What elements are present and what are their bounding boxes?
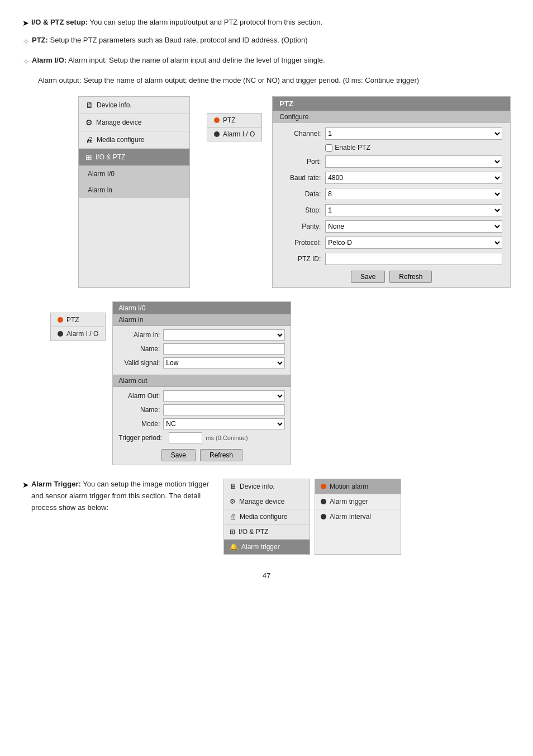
atm-monitor-icon: 🖥 [230, 483, 236, 490]
radio-alarm-interval-dark [321, 514, 326, 519]
atm-item-media-configure[interactable]: 🖨 Media configure [224, 509, 310, 525]
alarm-submenu-ptz[interactable]: PTZ [50, 313, 106, 327]
parity-select[interactable]: None [325, 220, 502, 233]
alarm-io-header: Alarm I/0 [113, 302, 291, 314]
alarm-left-submenu: PTZ Alarm I / O [50, 313, 106, 341]
atm-item-io-ptz[interactable]: ⊞ I/O & PTZ [224, 525, 310, 540]
valid-signal-select[interactable]: Low [163, 357, 285, 368]
radio-alarm-dark [214, 131, 220, 137]
alarm-out-row: Alarm Out: [118, 390, 285, 401]
paragraph-2: ✧ PTZ: Setup the PTZ parameters such as … [22, 35, 511, 49]
ptz-btn-row: Save Refresh [280, 271, 502, 283]
paragraph-1: ➤ I/O & PTZ setup: You can setup the ala… [22, 17, 511, 29]
protocol-select[interactable]: Pelco-D [325, 237, 502, 249]
para3-text: Alarm I/O: Alarm input: Setup the name o… [32, 55, 325, 67]
diamond-icon-1: ✧ [22, 35, 30, 49]
config-row-data: Data: 8 [280, 188, 502, 200]
config-row-stop: Stop: 1 [280, 204, 502, 216]
atm-io-icon: ⊞ [230, 528, 235, 536]
radio-ptz-orange [214, 117, 220, 123]
ptz-refresh-button[interactable]: Refresh [389, 271, 432, 283]
submenu-float: PTZ Alarm I / O [207, 113, 262, 141]
alarm-out-name-input[interactable] [163, 404, 285, 415]
diamond-icon-2: ✧ [22, 55, 30, 69]
para2-text: PTZ: Setup the PTZ parameters such as Ba… [32, 35, 308, 46]
menu-item-manage-device[interactable]: ⚙ Manage device [79, 114, 189, 131]
port-select[interactable] [325, 155, 502, 168]
enable-ptz-checkbox[interactable] [325, 144, 332, 152]
stop-select[interactable]: 1 [325, 204, 502, 216]
alarm-in-body: Alarm in: Name: Valid signal: Low [113, 326, 291, 375]
alarm-io-refresh-button[interactable]: Refresh [200, 449, 242, 461]
config-row-baud: Baud rate: 4800 [280, 172, 502, 184]
radio-alarm-trigger-dark [321, 499, 326, 504]
atm-sub-motion-alarm[interactable]: Motion alarm [315, 479, 401, 494]
menu-item-io-ptz[interactable]: ⊞ I/O & PTZ [79, 149, 189, 166]
alarm-out-select[interactable] [163, 390, 285, 401]
radio-alarm-dark-2 [58, 331, 63, 337]
mode-select[interactable]: NC [163, 418, 285, 429]
atm-item-alarm-trigger[interactable]: 🔔 Alarm trigger [224, 540, 310, 554]
alarm-trigger-submenu: Motion alarm Alarm trigger Alarm Interva… [315, 479, 401, 555]
alarm-in-signal-row: Valid signal: Low [118, 357, 285, 368]
atm-sub-alarm-interval[interactable]: Alarm Interval [315, 509, 401, 524]
channel-select[interactable]: 1 [325, 127, 502, 140]
menu-item-media-configure[interactable]: 🖨 Media configure [79, 131, 189, 149]
data-select[interactable]: 8 [325, 188, 502, 200]
config-row-port: Port: [280, 155, 502, 168]
alarm-diagram: PTZ Alarm I / O Alarm I/0 Alarm in Alarm… [50, 301, 511, 465]
config-row-parity: Parity: None [280, 220, 502, 233]
radio-ptz-orange-2 [58, 317, 63, 323]
menu-item-alarm-io[interactable]: Alarm I/0 [79, 166, 189, 182]
page-number: 47 [22, 571, 511, 580]
submenu-ptz[interactable]: PTZ [207, 113, 262, 127]
radio-motion-orange [321, 484, 326, 489]
atm-alarm-icon: 🔔 [230, 543, 238, 551]
alarm-in-select[interactable] [163, 329, 285, 341]
alarm-in-subheader: Alarm in [113, 314, 291, 326]
config-row-protocol: Protocol: Pelco-D [280, 237, 502, 249]
alarm-io-panel: Alarm I/0 Alarm in Alarm in: Name: Valid… [112, 301, 291, 465]
alarm-out-body: Alarm Out: Name: Mode: NC Trigger period… [113, 387, 291, 465]
para1-text: I/O & PTZ setup: You can setup the alarm… [31, 17, 322, 29]
ptz-panel-title: PTZ [273, 97, 510, 111]
io-icon: ⊞ [85, 153, 92, 162]
paragraph-3: ✧ Alarm I/O: Alarm input: Setup the name… [22, 55, 511, 69]
baud-select[interactable]: 4800 [325, 172, 502, 184]
alarm-out-mode-row: Mode: NC [118, 418, 285, 429]
submenu-alarm-io[interactable]: Alarm I / O [207, 127, 262, 141]
config-row-channel: Channel: 1 [280, 127, 502, 140]
gear-icon: ⚙ [85, 118, 93, 127]
ptz-save-button[interactable]: Save [351, 271, 385, 283]
alarm-trigger-section: ➤ Alarm Trigger: You can setup the image… [22, 479, 511, 555]
atm-item-device-info[interactable]: 🖥 Device info. [224, 479, 310, 494]
ptz-panel-subtitle: Configure [273, 111, 510, 123]
alarm-in-name-row: Name: [118, 343, 285, 355]
left-menu-panel: 🖥 Device info. ⚙ Manage device 🖨 Media c… [78, 96, 190, 288]
trigger-period-input[interactable] [169, 432, 202, 443]
alarm-io-btn-row: Save Refresh [118, 449, 285, 461]
config-row-ptz-id: PTZ ID: [280, 253, 502, 265]
trigger-hint: ms (0:Coninue) [206, 434, 248, 441]
menu-item-device-info[interactable]: 🖥 Device info. [79, 97, 189, 114]
atm-sub-alarm-trigger[interactable]: Alarm trigger [315, 494, 401, 509]
atm-item-manage-device[interactable]: ⚙ Manage device [224, 494, 310, 509]
atm-media-icon: 🖨 [230, 513, 236, 521]
menu-item-alarm-in[interactable]: Alarm in [79, 182, 189, 198]
ptz-id-input[interactable] [325, 253, 502, 265]
ptz-config-panel: PTZ Configure Channel: 1 Enable PTZ Port… [272, 96, 511, 288]
main-diagram: 🖥 Device info. ⚙ Manage device 🖨 Media c… [78, 96, 511, 288]
ptz-config-body: Channel: 1 Enable PTZ Port: Baud rate: [273, 123, 510, 287]
alarm-in-row: Alarm in: [118, 329, 285, 341]
trigger-period-row: Trigger period: ms (0:Coninue) [118, 432, 285, 443]
alarm-submenu-alarmio[interactable]: Alarm I / O [50, 327, 106, 341]
config-row-enable-ptz: Enable PTZ [325, 144, 502, 152]
alarm-trigger-menu: 🖥 Device info. ⚙ Manage device 🖨 Media c… [223, 479, 310, 555]
alarm-out-subheader: Alarm out [113, 375, 291, 387]
alarm-trigger-para: ➤ Alarm Trigger: You can setup the image… [22, 479, 212, 513]
paragraph-4: Alarm output: Setup the name of alarm ou… [38, 75, 511, 87]
atm-gear-icon: ⚙ [230, 498, 236, 505]
alarm-trigger-text: ➤ Alarm Trigger: You can setup the image… [22, 479, 212, 519]
alarm-io-save-button[interactable]: Save [161, 449, 196, 461]
alarm-in-name-input[interactable] [163, 343, 285, 355]
